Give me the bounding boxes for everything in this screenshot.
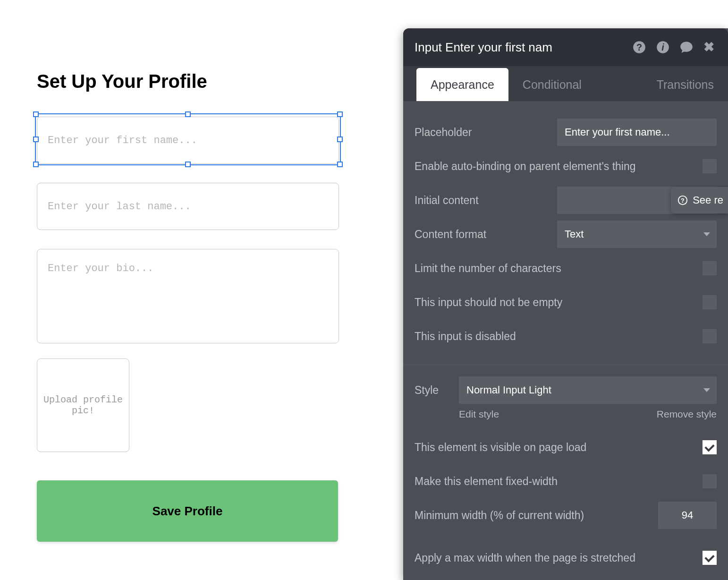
placeholder-label: Placeholder [415,126,557,139]
visible-on-load-label: This element is visible on page load [415,441,703,454]
help-icon: ? [677,195,688,205]
limit-chars-label: Limit the number of characters [415,262,703,275]
disabled-label: This input is disabled [415,330,703,343]
fixed-width-checkbox[interactable] [703,474,717,488]
panel-title: Input Enter your first nam [415,40,633,55]
svg-text:?: ? [681,197,685,204]
info-icon[interactable]: i [656,41,669,54]
edit-style-link[interactable]: Edit style [459,409,499,420]
property-panel: Input Enter your first nam ? i ✖ Appeara… [403,28,728,580]
panel-body: Placeholder Enable auto-binding on paren… [403,101,728,575]
panel-header: Input Enter your first nam ? i ✖ [403,28,728,66]
max-width-stretch-checkbox[interactable] [703,551,717,565]
see-reference-label: See re [693,194,723,206]
divider [403,365,728,365]
tab-appearance[interactable]: Appearance [416,68,508,101]
visible-on-load-checkbox[interactable] [703,440,717,454]
upload-profile-pic[interactable]: Upload profile pic! [37,358,129,452]
limit-chars-checkbox[interactable] [703,261,717,275]
remove-style-link[interactable]: Remove style [657,409,717,420]
content-format-select[interactable] [557,221,717,248]
content-format-label: Content format [415,228,557,241]
see-reference-tab[interactable]: ? See re [671,187,728,213]
style-select[interactable] [459,376,717,404]
enable-autobind-label: Enable auto-binding on parent element's … [415,160,703,173]
bio-textarea[interactable] [37,249,339,343]
tab-conditional[interactable]: Conditional [508,68,596,101]
svg-text:i: i [661,42,664,52]
panel-tabs: Appearance Conditional Transitions [403,66,728,101]
not-empty-label: This input should not be empty [415,296,703,309]
comment-icon[interactable] [680,41,693,54]
enable-autobind-checkbox[interactable] [703,159,717,173]
not-empty-checkbox[interactable] [703,295,717,309]
max-width-stretch-label: Apply a max width when the page is stret… [415,552,703,564]
style-label: Style [415,384,448,397]
close-icon[interactable]: ✖ [703,41,717,54]
save-profile-button[interactable]: Save Profile [37,480,338,542]
placeholder-input[interactable] [557,119,717,146]
tab-transitions[interactable]: Transitions [643,68,728,101]
disabled-checkbox[interactable] [703,329,717,343]
min-width-label: Minimum width (% of current width) [415,509,658,522]
first-name-input[interactable] [37,117,339,164]
initial-content-label: Initial content [415,194,557,207]
fixed-width-label: Make this element fixed-width [415,475,703,488]
help-icon[interactable]: ? [633,41,646,54]
last-name-input[interactable] [37,183,339,230]
min-width-input[interactable] [658,502,717,529]
svg-text:?: ? [636,42,642,52]
form-title: Set Up Your Profile [37,71,339,92]
profile-form: Set Up Your Profile Upload profile pic! … [37,71,339,542]
